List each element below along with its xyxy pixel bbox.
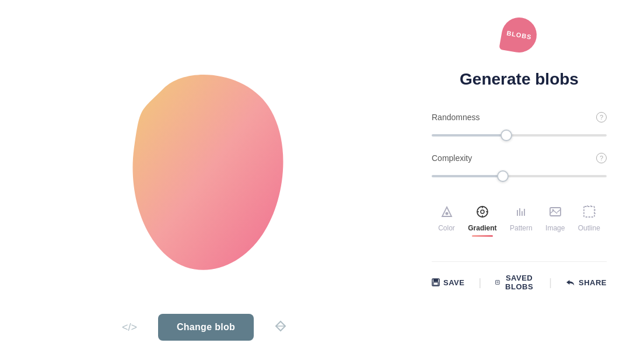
svg-rect-25 xyxy=(433,279,438,282)
share-button[interactable]: SHARE xyxy=(566,278,607,287)
complexity-info-icon[interactable]: ? xyxy=(596,153,607,163)
tab-pattern[interactable]: Pattern xyxy=(510,205,533,237)
randomness-info-icon[interactable]: ? xyxy=(596,112,607,123)
randomness-slider[interactable] xyxy=(432,134,607,136)
footer-actions: SAVE | SAVED BLOBS | SHARE xyxy=(432,261,607,291)
flutter-icon-button[interactable] xyxy=(271,317,290,338)
separator-2: | xyxy=(549,276,552,289)
color-icon xyxy=(440,205,453,222)
svg-line-16 xyxy=(554,211,557,214)
flutter-icon xyxy=(275,320,286,332)
blob-container xyxy=(111,54,298,287)
svg-line-17 xyxy=(557,209,561,212)
complexity-label: Complexity xyxy=(432,153,472,163)
randomness-label: Randomness xyxy=(432,113,480,122)
complexity-section: Complexity ? xyxy=(432,153,607,180)
tab-pattern-label: Pattern xyxy=(510,224,533,232)
tab-image-label: Image xyxy=(545,224,565,232)
tab-color-label: Color xyxy=(438,224,455,232)
randomness-section: Randomness ? xyxy=(432,112,607,139)
pattern-icon xyxy=(514,205,527,222)
outline-icon xyxy=(583,205,596,222)
randomness-label-row: Randomness ? xyxy=(432,112,607,123)
svg-point-5 xyxy=(481,210,484,214)
tab-outline[interactable]: Outline xyxy=(578,205,600,237)
svg-rect-19 xyxy=(584,206,594,217)
tab-color[interactable]: Color xyxy=(438,205,455,237)
blob-shape xyxy=(117,60,292,281)
tab-gradient[interactable]: Gradient xyxy=(468,205,496,237)
tab-gradient-underline xyxy=(472,235,493,237)
save-icon xyxy=(432,278,440,286)
change-blob-button[interactable]: Change blob xyxy=(158,314,254,341)
svg-point-18 xyxy=(552,209,554,211)
blobs-badge-shape: BLOBS xyxy=(499,15,540,55)
saved-blobs-icon xyxy=(495,278,500,286)
code-icon-button[interactable]: </> xyxy=(118,318,141,337)
complexity-slider[interactable] xyxy=(432,175,607,177)
tab-image[interactable]: Image xyxy=(545,205,565,237)
tab-outline-label: Outline xyxy=(578,224,600,232)
save-button[interactable]: SAVE xyxy=(432,278,464,287)
svg-marker-2 xyxy=(442,207,452,216)
left-panel: </> Change blob xyxy=(0,0,408,364)
complexity-label-row: Complexity ? xyxy=(432,153,607,163)
svg-line-15 xyxy=(550,211,554,214)
saved-blobs-button[interactable]: SAVED BLOBS xyxy=(495,274,535,291)
image-icon xyxy=(549,205,562,222)
svg-rect-26 xyxy=(433,282,438,285)
blobs-badge: BLOBS xyxy=(502,18,537,52)
tabs-section: Color Gradient xyxy=(432,205,607,239)
svg-point-3 xyxy=(445,212,448,215)
tab-gradient-label: Gradient xyxy=(468,224,496,232)
svg-rect-27 xyxy=(496,281,500,285)
share-icon xyxy=(566,278,575,286)
bottom-controls: </> Change blob xyxy=(118,314,290,341)
right-panel: BLOBS Generate blobs Randomness ? Comple… xyxy=(408,0,630,364)
separator-1: | xyxy=(478,276,481,289)
gradient-icon xyxy=(476,205,489,222)
page-title: Generate blobs xyxy=(432,70,607,89)
